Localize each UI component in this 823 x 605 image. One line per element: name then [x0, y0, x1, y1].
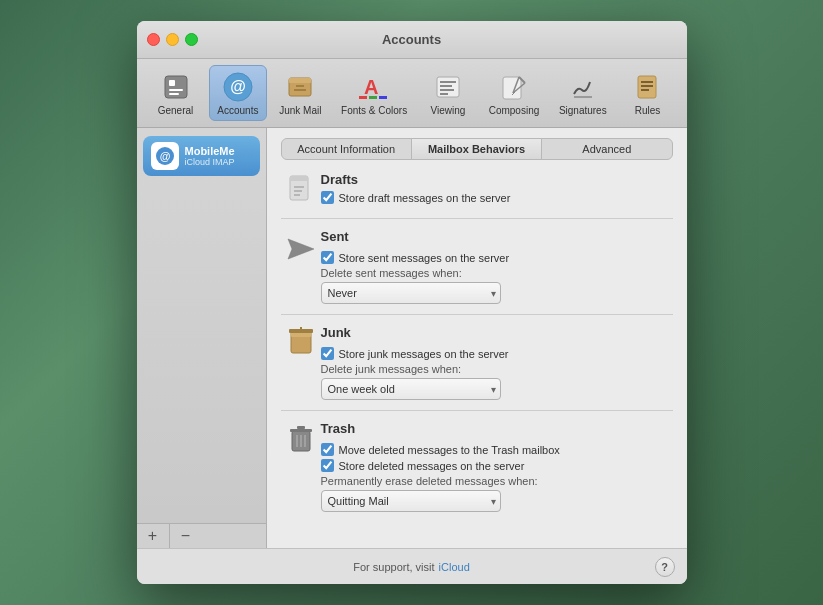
maximize-button[interactable]: [185, 33, 198, 46]
trash-store-checkbox-row: Store deleted messages on the server: [321, 459, 673, 472]
trash-content: Trash Move deleted messages to the Trash…: [321, 421, 673, 512]
tab-bar: Account Information Mailbox Behaviors Ad…: [281, 138, 673, 160]
toolbar-item-signatures[interactable]: Signatures: [551, 66, 614, 120]
add-account-button[interactable]: +: [137, 524, 169, 548]
trash-title: Trash: [321, 421, 356, 436]
tab-mailbox-behaviors[interactable]: Mailbox Behaviors: [412, 139, 542, 159]
junk-dropdown-wrapper: Never One day old One week old One month…: [321, 378, 501, 400]
junk-section: Junk Store junk messages on the server D…: [281, 325, 673, 411]
tab-account-information[interactable]: Account Information: [282, 139, 412, 159]
sent-content: Sent Store sent messages on the server D…: [321, 229, 673, 304]
junk-store-checkbox-row: Store junk messages on the server: [321, 347, 673, 360]
rules-icon: [630, 70, 664, 104]
svg-rect-2: [169, 89, 183, 91]
drafts-section: Drafts Store draft messages on the serve…: [281, 172, 673, 219]
trash-delete-label: Permanently erase deleted messages when:: [321, 475, 673, 487]
account-text: MobileMe iCloud IMAP: [185, 145, 235, 167]
junk-icon: [281, 325, 321, 400]
trash-store-checkbox[interactable]: [321, 459, 334, 472]
sent-store-checkbox-row: Store sent messages on the server: [321, 251, 673, 264]
drafts-store-label: Store draft messages on the server: [339, 192, 511, 204]
svg-rect-26: [641, 81, 653, 83]
svg-rect-12: [369, 96, 377, 99]
toolbar-label-viewing: Viewing: [430, 105, 465, 116]
general-icon: [159, 70, 193, 104]
svg-rect-32: [290, 176, 308, 181]
svg-rect-27: [641, 85, 653, 87]
main-panel: Account Information Mailbox Behaviors Ad…: [267, 128, 687, 548]
toolbar-item-viewing[interactable]: Viewing: [419, 66, 477, 120]
footer-support-text: For support, visit: [353, 561, 434, 573]
junk-content: Junk Store junk messages on the server D…: [321, 325, 673, 400]
toolbar-item-junk-mail[interactable]: Junk Mail: [271, 66, 329, 120]
close-button[interactable]: [147, 33, 160, 46]
junk-store-checkbox[interactable]: [321, 347, 334, 360]
svg-rect-42: [290, 429, 312, 432]
sent-icon: [281, 229, 321, 304]
footer-icloud-link[interactable]: iCloud: [439, 561, 470, 573]
sidebar: @ MobileMe iCloud IMAP + −: [137, 128, 267, 548]
drafts-icon: [281, 172, 321, 208]
drafts-content: Drafts Store draft messages on the serve…: [321, 172, 673, 208]
help-button[interactable]: ?: [655, 557, 675, 577]
sidebar-controls: + −: [137, 523, 266, 548]
svg-rect-43: [297, 426, 305, 429]
junk-title: Junk: [321, 325, 351, 340]
sent-store-checkbox[interactable]: [321, 251, 334, 264]
toolbar-label-accounts: Accounts: [217, 105, 258, 116]
account-icon: @: [151, 142, 179, 170]
trash-delete-row: Never One day old One week old One month…: [321, 490, 673, 512]
svg-text:@: @: [159, 150, 170, 162]
trash-icon: [281, 421, 321, 512]
svg-rect-9: [294, 89, 306, 91]
trash-dropdown-wrapper: Never One day old One week old One month…: [321, 490, 501, 512]
toolbar-item-general[interactable]: General: [147, 66, 205, 120]
composing-icon: [497, 70, 531, 104]
toolbar-label-composing: Composing: [489, 105, 540, 116]
toolbar-item-composing[interactable]: Composing: [481, 66, 547, 120]
svg-rect-13: [379, 96, 387, 99]
toolbar-item-accounts[interactable]: @ Accounts: [209, 65, 268, 121]
sent-store-row: Sent: [321, 229, 673, 248]
minimize-button[interactable]: [166, 33, 179, 46]
toolbar-label-signatures: Signatures: [559, 105, 607, 116]
svg-rect-17: [440, 89, 454, 91]
remove-account-button[interactable]: −: [169, 524, 202, 548]
toolbar-item-rules[interactable]: Rules: [618, 66, 676, 120]
junk-store-label: Store junk messages on the server: [339, 348, 509, 360]
accounts-icon: @: [221, 70, 255, 104]
toolbar-label-rules: Rules: [635, 105, 661, 116]
toolbar: General @ Accounts Junk Mail: [137, 59, 687, 128]
svg-text:@: @: [230, 78, 246, 95]
svg-text:A: A: [364, 76, 378, 98]
trash-move-label: Move deleted messages to the Trash mailb…: [339, 444, 560, 456]
junk-delete-dropdown[interactable]: Never One day old One week old One month…: [321, 378, 501, 400]
svg-rect-3: [169, 93, 179, 95]
drafts-title: Drafts: [321, 172, 359, 187]
sidebar-account-mobileme[interactable]: @ MobileMe iCloud IMAP: [143, 136, 260, 176]
window-title: Accounts: [382, 32, 441, 47]
drafts-store-row: Store draft messages on the server: [321, 191, 673, 204]
toolbar-item-fonts-colors[interactable]: A Fonts & Colors: [333, 66, 415, 120]
account-name: MobileMe: [185, 145, 235, 157]
svg-rect-11: [359, 96, 367, 99]
viewing-icon: [431, 70, 465, 104]
footer: For support, visit iCloud ?: [137, 548, 687, 584]
drafts-store-checkbox[interactable]: [321, 191, 334, 204]
tab-advanced[interactable]: Advanced: [542, 139, 671, 159]
titlebar: Accounts: [137, 21, 687, 59]
svg-rect-39: [289, 329, 313, 333]
trash-delete-dropdown[interactable]: Never One day old One week old One month…: [321, 490, 501, 512]
svg-rect-16: [440, 85, 452, 87]
sent-dropdown-wrapper: Never One day old One week old One month…: [321, 282, 501, 304]
trash-move-checkbox-row: Move deleted messages to the Trash mailb…: [321, 443, 673, 456]
junk-delete-label: Delete junk messages when:: [321, 363, 673, 375]
trash-move-checkbox[interactable]: [321, 443, 334, 456]
sent-delete-row: Never One day old One week old One month…: [321, 282, 673, 304]
svg-rect-7: [289, 78, 311, 83]
sent-store-label: Store sent messages on the server: [339, 252, 510, 264]
svg-rect-28: [641, 89, 649, 91]
sent-delete-dropdown[interactable]: Never One day old One week old One month…: [321, 282, 501, 304]
toolbar-label-junk-mail: Junk Mail: [279, 105, 321, 116]
toolbar-label-fonts-colors: Fonts & Colors: [341, 105, 407, 116]
